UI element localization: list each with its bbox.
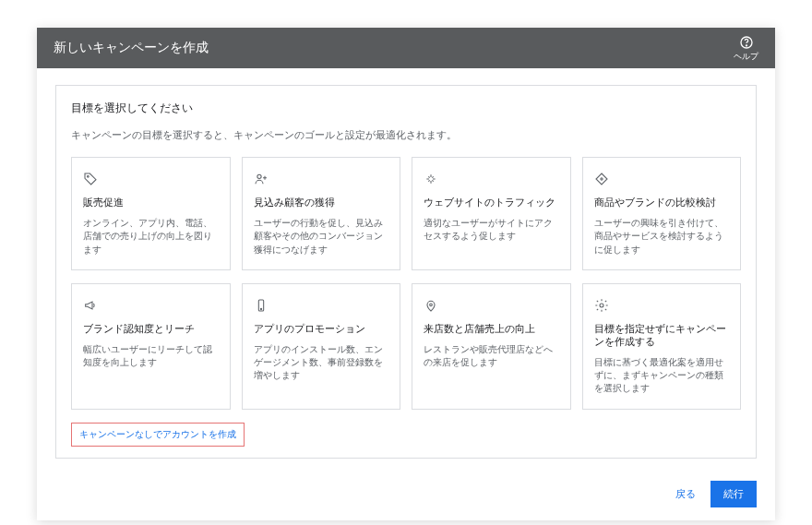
sparkle-icon [424, 171, 559, 187]
gear-icon [594, 297, 730, 314]
svg-point-1 [746, 45, 746, 46]
panel-title: 目標を選択してください [71, 101, 741, 116]
plus-diamond-icon [594, 171, 730, 187]
card-desc: アプリのインストール数、エンゲージメント数、事前登録数を増やします [254, 343, 389, 383]
card-desc: オンライン、アプリ内、電話、店舗での売り上げの向上を図ります [83, 217, 219, 257]
page-title: 新しいキャンペーンを作成 [54, 40, 209, 56]
card-desc: ユーザーの興味を引き付けて、商品やサービスを検討するように促します [594, 217, 730, 257]
help-icon [739, 35, 754, 53]
megaphone-icon [83, 297, 219, 314]
card-title: 販売促進 [83, 197, 219, 209]
card-desc: 幅広いユーザーにリーチして認知度を向上します [83, 343, 219, 370]
card-desc: 適切なユーザーがサイトにアクセスするよう促します [424, 217, 559, 244]
svg-point-7 [600, 304, 603, 307]
card-desc: ユーザーの行動を促し、見込み顧客やその他のコンバージョン獲得につなげます [254, 217, 389, 257]
help-button[interactable]: ヘルプ [734, 35, 758, 61]
goal-card-consideration[interactable]: 商品やブランドの比較検討 ユーザーの興味を引き付けて、商品やサービスを検討するよ… [582, 157, 742, 270]
goal-card-leads[interactable]: 見込み顧客の獲得 ユーザーの行動を促し、見込み顧客やその他のコンバージョン獲得に… [242, 157, 401, 270]
goal-card-nogoal[interactable]: 目標を指定せずにキャンペーンを作成する 目標に基づく最適化案を適用せずに、まずキ… [582, 283, 742, 410]
goal-card-sales[interactable]: 販売促進 オンライン、アプリ内、電話、店舗での売り上げの向上を図ります [71, 157, 231, 270]
card-title: 目標を指定せずにキャンペーンを作成する [594, 323, 730, 349]
svg-point-3 [257, 174, 260, 178]
footer: 戻る 続行 [37, 471, 775, 520]
goal-card-brand[interactable]: ブランド認知度とリーチ 幅広いユーザーにリーチして認知度を向上します [71, 283, 231, 410]
svg-point-2 [87, 175, 89, 177]
goal-card-store[interactable]: 来店数と店舗売上の向上 レストランや販売代理店などへの来店を促します [412, 283, 571, 410]
help-label: ヘルプ [734, 53, 758, 61]
card-title: ウェブサイトのトラフィック [424, 197, 559, 209]
panel-subtitle: キャンペーンの目標を選択すると、キャンペーンのゴールと設定が最適化されます。 [71, 129, 741, 142]
create-account-without-campaign-link[interactable]: キャンペーンなしでアカウントを作成 [71, 423, 245, 447]
card-desc: レストランや販売代理店などへの来店を促します [424, 343, 559, 370]
card-title: ブランド認知度とリーチ [83, 323, 219, 336]
app-icon [254, 297, 389, 314]
card-desc: 目標に基づく最適化案を適用せずに、まずキャンペーンの種類を選択します [594, 356, 730, 396]
back-button[interactable]: 戻る [675, 487, 696, 501]
goal-card-app[interactable]: アプリのプロモーション アプリのインストール数、エンゲージメント数、事前登録数を… [242, 283, 401, 410]
goal-panel: 目標を選択してください キャンペーンの目標を選択すると、キャンペーンのゴールと設… [55, 85, 757, 459]
goal-card-traffic[interactable]: ウェブサイトのトラフィック 適切なユーザーがサイトにアクセスするよう促します [412, 157, 571, 270]
card-title: 商品やブランドの比較検討 [594, 197, 730, 209]
svg-point-5 [260, 308, 261, 309]
card-title: 見込み顧客の獲得 [254, 197, 389, 209]
page-header: 新しいキャンペーンを作成 ヘルプ [37, 28, 775, 68]
location-icon [424, 297, 559, 314]
person-add-icon [254, 171, 389, 187]
card-title: アプリのプロモーション [254, 323, 389, 336]
continue-button[interactable]: 続行 [710, 481, 757, 507]
svg-point-6 [430, 304, 433, 306]
card-title: 来店数と店舗売上の向上 [424, 323, 559, 336]
tag-icon [83, 171, 219, 187]
